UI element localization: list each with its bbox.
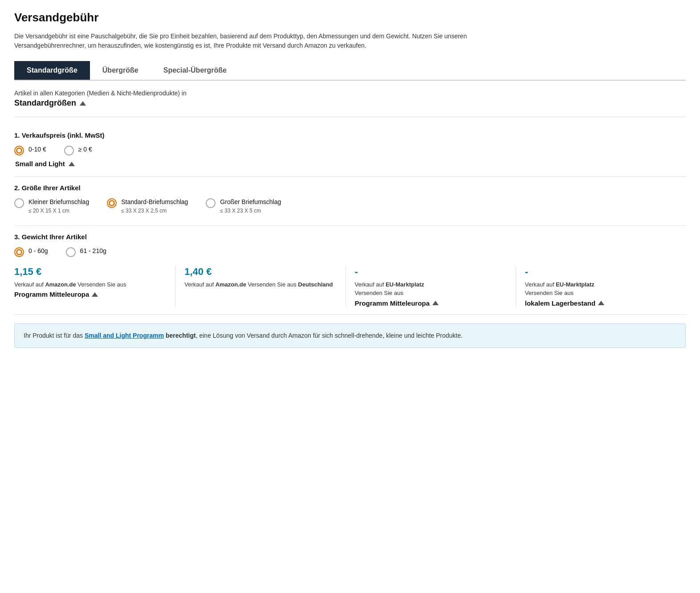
price-program-label-3: Programm Mitteleuropa [355, 299, 430, 307]
q2-radio-3[interactable] [206, 198, 216, 208]
info-middle: berechtigt [164, 332, 196, 339]
tab-bar: Standardgröße Übergröße Special-Übergröß… [14, 61, 686, 81]
q3-radio-2[interactable] [66, 247, 76, 257]
question-2-options: Kleiner Briefumschlag ≤ 20 X 15 X 1 cm S… [14, 198, 686, 214]
price-col-3: - Verkauf auf EU-MarktplatzVersenden Sie… [346, 266, 516, 307]
question-1-options: 0-10 € ≥ 0 € [14, 145, 686, 155]
price-mid-2: Versenden Sie aus [246, 281, 298, 288]
price-bold2-2: Deutschland [298, 281, 333, 288]
section-title: Standardgrößen [14, 98, 76, 108]
divider-1 [14, 117, 686, 117]
q1-radio-1[interactable] [14, 146, 24, 155]
price-program-row-1: Programm Mitteleuropa [14, 290, 166, 298]
q3-label-1: 0 - 60g [28, 247, 48, 256]
q2-label-2: Standard-Briefumschlag [121, 198, 188, 207]
page-title: Versandgebühr [14, 11, 686, 25]
info-prefix: Ihr Produkt ist für das [24, 332, 85, 339]
q3-radio-1[interactable] [14, 247, 24, 257]
price-bold-3: EU-Marktplatz [386, 281, 424, 288]
price-value-1: 1,15 € [14, 266, 166, 278]
price-col-2: 1,40 € Verkauf auf Amazon.de Versenden S… [175, 266, 346, 307]
q2-sub-1: ≤ 20 X 15 X 1 cm [28, 208, 89, 214]
section-title-arrow[interactable] [80, 101, 86, 106]
price-mid-4: Versenden Sie aus [525, 290, 574, 296]
small-and-light-label: Small and Light [15, 160, 65, 168]
price-col-4: - Verkauf auf EU-MarktplatzVersenden Sie… [516, 266, 686, 307]
price-value-4: - [525, 266, 677, 278]
price-program-arrow-3[interactable] [432, 301, 439, 305]
q2-option-1[interactable]: Kleiner Briefumschlag ≤ 20 X 15 X 1 cm [14, 198, 89, 214]
section-intro: Artikel in allen Kategorien (Medien & Ni… [14, 90, 686, 97]
price-program-row-4: lokalem Lagerbestand [525, 299, 677, 307]
section-title-row: Standardgrößen [14, 98, 686, 108]
q3-option-2[interactable]: 61 - 210g [66, 247, 106, 257]
question-3-options: 0 - 60g 61 - 210g [14, 247, 686, 257]
info-box: Ihr Produkt ist für das Small and Light … [14, 323, 686, 348]
q1-label-2: ≥ 0 € [78, 145, 92, 154]
q2-radio-1[interactable] [14, 198, 24, 208]
question-2-block: 2. Größe Ihrer Artikel Kleiner Briefumsc… [14, 177, 686, 226]
small-and-light-row: Small and Light [15, 160, 686, 168]
price-value-2: 1,40 € [184, 266, 336, 278]
price-desc-plain-4: Verkauf auf [525, 281, 556, 288]
page-description: Die Versandgebühr ist eine Pauschalgebüh… [14, 32, 504, 50]
price-desc-plain-3: Verkauf auf [355, 281, 386, 288]
tab-ueber[interactable]: Übergröße [90, 61, 151, 80]
tab-special[interactable]: Special-Übergröße [151, 61, 239, 80]
tab-standard[interactable]: Standardgröße [14, 61, 90, 80]
q3-option-1[interactable]: 0 - 60g [14, 247, 48, 257]
price-col-1: 1,15 € Verkauf auf Amazon.de Versenden S… [14, 266, 175, 307]
question-2-label: 2. Größe Ihrer Artikel [14, 184, 686, 192]
price-program-label-1: Programm Mitteleuropa [14, 290, 89, 298]
price-bold-4: EU-Marktplatz [556, 281, 594, 288]
price-mid-3: Versenden Sie aus [355, 290, 403, 296]
price-desc-plain-2: Verkauf auf [184, 281, 215, 288]
price-desc-2: Verkauf auf Amazon.de Versenden Sie aus … [184, 280, 336, 289]
price-bold-2: Amazon.de [216, 281, 246, 288]
price-program-row-3: Programm Mitteleuropa [355, 299, 507, 307]
q2-label-3: Großer Briefumschlag [220, 198, 281, 207]
price-desc-1: Verkauf auf Amazon.de Versenden Sie aus [14, 280, 166, 289]
price-desc-4: Verkauf auf EU-MarktplatzVersenden Sie a… [525, 280, 677, 298]
q2-sub-2: ≤ 33 X 23 X 2,5 cm [121, 208, 188, 214]
price-mid-1: Versenden Sie aus [76, 281, 126, 288]
info-suffix: , eine Lösung von Versand durch Amazon f… [196, 332, 463, 339]
small-and-light-arrow[interactable] [69, 162, 75, 166]
price-desc-plain-1: Verkauf auf [14, 281, 45, 288]
price-bold-1: Amazon.de [45, 281, 76, 288]
q2-option-2[interactable]: Standard-Briefumschlag ≤ 33 X 23 X 2,5 c… [107, 198, 188, 214]
info-link[interactable]: Small and Light Programm [85, 332, 164, 339]
price-program-label-4: lokalem Lagerbestand [525, 299, 595, 307]
q3-label-2: 61 - 210g [80, 247, 106, 256]
price-columns: 1,15 € Verkauf auf Amazon.de Versenden S… [14, 266, 686, 307]
q2-radio-2[interactable] [107, 198, 117, 208]
q1-radio-2[interactable] [64, 146, 74, 155]
q1-label-1: 0-10 € [28, 145, 46, 154]
price-program-arrow-4[interactable] [598, 301, 604, 305]
q1-option-2[interactable]: ≥ 0 € [64, 145, 92, 155]
question-3-label: 3. Gewicht Ihrer Artikel [14, 233, 686, 241]
question-3-block: 3. Gewicht Ihrer Artikel 0 - 60g 61 - 21… [14, 226, 686, 315]
q2-option-3[interactable]: Großer Briefumschlag ≤ 33 X 23 X 5 cm [206, 198, 281, 214]
price-value-3: - [355, 266, 507, 278]
question-1-label: 1. Verkaufspreis (inkl. MwSt) [14, 131, 686, 139]
price-desc-3: Verkauf auf EU-MarktplatzVersenden Sie a… [355, 280, 507, 298]
q1-option-1[interactable]: 0-10 € [14, 145, 46, 155]
price-program-arrow-1[interactable] [92, 292, 98, 297]
q2-label-1: Kleiner Briefumschlag [28, 198, 89, 207]
question-1-block: 1. Verkaufspreis (inkl. MwSt) 0-10 € ≥ 0… [14, 124, 686, 177]
q2-sub-3: ≤ 33 X 23 X 5 cm [220, 208, 281, 214]
